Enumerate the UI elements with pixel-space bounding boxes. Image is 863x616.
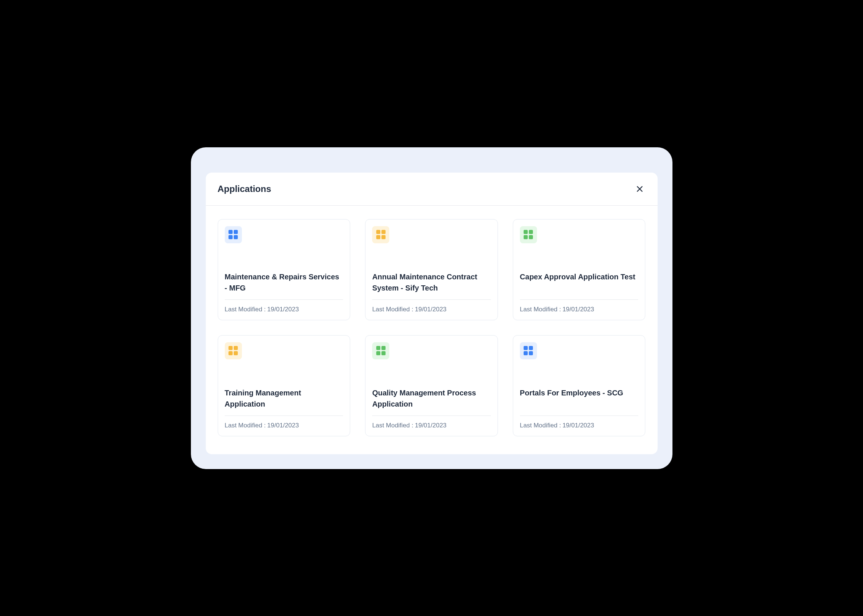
card-divider [372, 415, 491, 416]
modal-title: Applications [218, 184, 271, 194]
last-modified-date: 19/01/2023 [267, 422, 299, 429]
app-icon-wrap [520, 226, 537, 243]
last-modified-date: 19/01/2023 [562, 306, 594, 313]
application-card[interactable]: Portals For Employees - SCGLast Modified… [513, 335, 646, 436]
card-spacer [372, 243, 491, 271]
last-modified-label: Last Modified : [225, 306, 266, 313]
card-divider [225, 299, 343, 300]
card-divider [520, 299, 639, 300]
card-title: Portals For Employees - SCG [520, 387, 639, 410]
grid-icon [376, 230, 386, 239]
application-card[interactable]: Quality Management Process ApplicationLa… [365, 335, 498, 436]
grid-icon [228, 230, 238, 239]
card-title: Maintenance & Repairs Services - MFG [225, 271, 343, 294]
card-spacer [225, 243, 343, 271]
card-spacer [520, 359, 639, 387]
page-background: Applications Maintenance & Repairs Servi… [191, 147, 672, 469]
last-modified-label: Last Modified : [372, 306, 413, 313]
applications-modal: Applications Maintenance & Repairs Servi… [206, 173, 658, 454]
last-modified-date: 19/01/2023 [267, 306, 299, 313]
app-icon-wrap [225, 226, 242, 243]
card-title: Training Management Application [225, 387, 343, 410]
card-spacer [225, 359, 343, 387]
card-meta: Last Modified : 19/01/2023 [225, 422, 343, 429]
card-title: Annual Maintenance Contract System - Sif… [372, 271, 491, 294]
modal-header: Applications [206, 173, 658, 206]
last-modified-label: Last Modified : [520, 306, 561, 313]
grid-icon [524, 346, 533, 355]
card-title: Capex Approval Application Test [520, 271, 639, 294]
card-meta: Last Modified : 19/01/2023 [372, 422, 491, 429]
application-card[interactable]: Annual Maintenance Contract System - Sif… [365, 219, 498, 320]
card-meta: Last Modified : 19/01/2023 [372, 306, 491, 313]
applications-grid: Maintenance & Repairs Services - MFGLast… [218, 219, 646, 436]
app-icon-wrap [225, 342, 242, 359]
card-divider [520, 415, 639, 416]
card-divider [372, 299, 491, 300]
card-title: Quality Management Process Application [372, 387, 491, 410]
application-card[interactable]: Training Management ApplicationLast Modi… [218, 335, 351, 436]
card-meta: Last Modified : 19/01/2023 [225, 306, 343, 313]
card-spacer [520, 243, 639, 271]
last-modified-label: Last Modified : [225, 422, 266, 429]
grid-icon [524, 230, 533, 239]
grid-icon [228, 346, 238, 355]
app-icon-wrap [520, 342, 537, 359]
last-modified-label: Last Modified : [520, 422, 561, 429]
last-modified-date: 19/01/2023 [415, 422, 447, 429]
grid-icon [376, 346, 386, 355]
app-icon-wrap [372, 342, 389, 359]
card-meta: Last Modified : 19/01/2023 [520, 422, 639, 429]
last-modified-date: 19/01/2023 [415, 306, 447, 313]
modal-body: Maintenance & Repairs Services - MFGLast… [206, 206, 658, 454]
app-icon-wrap [372, 226, 389, 243]
application-card[interactable]: Capex Approval Application TestLast Modi… [513, 219, 646, 320]
application-card[interactable]: Maintenance & Repairs Services - MFGLast… [218, 219, 351, 320]
last-modified-date: 19/01/2023 [562, 422, 594, 429]
last-modified-label: Last Modified : [372, 422, 413, 429]
close-button[interactable] [634, 183, 646, 195]
card-spacer [372, 359, 491, 387]
card-divider [225, 415, 343, 416]
card-meta: Last Modified : 19/01/2023 [520, 306, 639, 313]
close-icon [636, 185, 644, 193]
